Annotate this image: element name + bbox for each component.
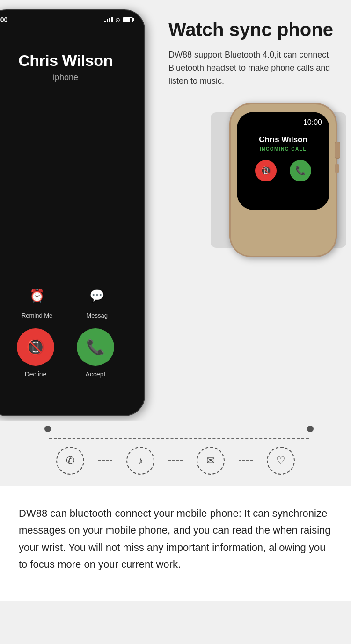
connector-dot-right bbox=[307, 426, 314, 432]
mail-icon: ✉ bbox=[206, 455, 215, 467]
icon-divider-1 bbox=[98, 460, 112, 461]
phone-time: :00 bbox=[0, 16, 7, 23]
accept-button[interactable]: 📞 bbox=[77, 328, 114, 366]
top-section: :00 ⊙ Chris Wilson iphone bbox=[0, 0, 351, 421]
connector-section: ✆ ♪ ✉ ♡ bbox=[0, 421, 351, 486]
watch-caller-name: Chris Wilson bbox=[259, 135, 307, 145]
connector-line bbox=[49, 438, 309, 439]
music-feature-icon: ♪ bbox=[126, 447, 154, 475]
heart-icon: ♡ bbox=[276, 455, 285, 467]
battery-icon bbox=[123, 17, 133, 22]
message-action[interactable]: 💬 Messag bbox=[84, 283, 110, 319]
bottom-description: DW88 can bluetooth connect your mobile p… bbox=[19, 505, 332, 573]
phone-screen: :00 ⊙ Chris Wilson iphone bbox=[0, 10, 144, 415]
phone-call-buttons: 📵 Decline 📞 Accept bbox=[0, 328, 144, 378]
phone-feature-icon: ✆ bbox=[56, 447, 84, 475]
phone-icon: ✆ bbox=[66, 455, 74, 467]
watch-body: 10:00 Chris Wilson INCOMING CALL 📵 📞 bbox=[229, 103, 337, 257]
bottom-text-section: DW88 can bluetooth connect your mobile p… bbox=[0, 486, 351, 601]
phone-device: :00 ⊙ Chris Wilson iphone bbox=[0, 9, 145, 416]
icon-divider-3 bbox=[239, 460, 253, 461]
phone-actions-top: ⏰ Remind Me 💬 Messag bbox=[0, 283, 144, 319]
watch-screen: 10:00 Chris Wilson INCOMING CALL 📵 📞 bbox=[237, 112, 329, 210]
signal-icon bbox=[104, 17, 113, 22]
health-feature-icon: ♡ bbox=[267, 447, 295, 475]
watch-button bbox=[335, 164, 339, 173]
right-panel: Watch sync phone DW88 support Bluetooth … bbox=[159, 0, 351, 421]
watch-crown bbox=[335, 142, 340, 159]
remind-me-icon: ⏰ bbox=[24, 283, 50, 308]
feature-description: DW88 support Bluetooth 4.0,it can connec… bbox=[168, 49, 337, 88]
accept-button-group: 📞 Accept bbox=[77, 328, 114, 378]
watch-accept-button[interactable]: 📞 bbox=[290, 160, 311, 181]
feature-title: Watch sync phone bbox=[168, 19, 337, 40]
message-icon: 💬 bbox=[84, 283, 110, 308]
message-label: Messag bbox=[86, 312, 108, 319]
remind-me-action[interactable]: ⏰ Remind Me bbox=[22, 283, 52, 319]
caller-subtitle: iphone bbox=[18, 72, 113, 82]
watch-incoming-label: INCOMING CALL bbox=[260, 146, 307, 152]
decline-label: Decline bbox=[25, 370, 47, 378]
feature-icons-row: ✆ ♪ ✉ ♡ bbox=[56, 447, 295, 475]
caller-info: Chris Wilson iphone bbox=[18, 51, 113, 82]
watch-call-buttons: 📵 📞 bbox=[255, 160, 311, 181]
remind-me-label: Remind Me bbox=[22, 312, 52, 319]
accept-label: Accept bbox=[86, 370, 106, 378]
phone-status-bar: :00 ⊙ bbox=[0, 10, 144, 23]
connector-dot-left bbox=[44, 426, 51, 432]
mail-feature-icon: ✉ bbox=[197, 447, 225, 475]
watch-container: 10:00 Chris Wilson INCOMING CALL 📵 📞 bbox=[225, 103, 346, 262]
wifi-icon: ⊙ bbox=[115, 16, 120, 23]
status-icons: ⊙ bbox=[104, 16, 133, 23]
decline-button[interactable]: 📵 bbox=[17, 328, 54, 366]
watch-decline-button[interactable]: 📵 bbox=[255, 160, 277, 181]
icon-divider-2 bbox=[168, 460, 183, 461]
phone-container: :00 ⊙ Chris Wilson iphone bbox=[0, 0, 159, 421]
decline-button-group: 📵 Decline bbox=[17, 328, 54, 378]
caller-name: Chris Wilson bbox=[18, 51, 113, 70]
music-icon: ♪ bbox=[138, 455, 143, 467]
watch-band-bottom bbox=[250, 253, 316, 282]
watch-time: 10:00 bbox=[303, 112, 329, 127]
